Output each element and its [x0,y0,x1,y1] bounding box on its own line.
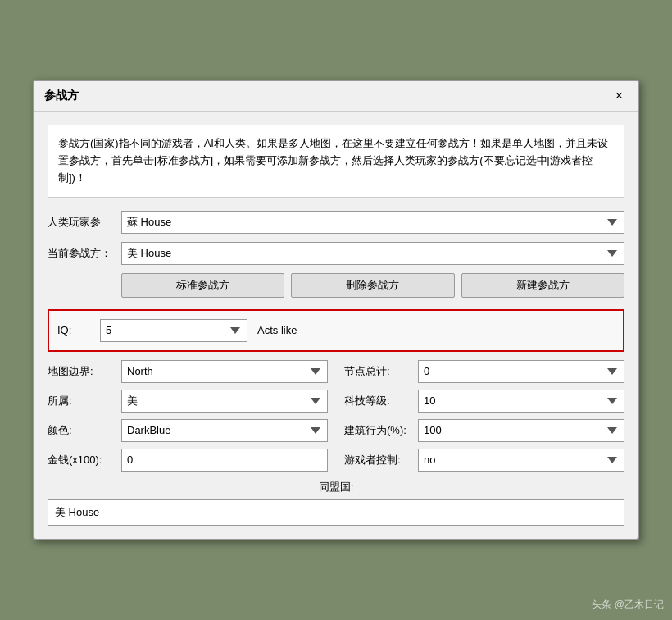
tech-level-row: 科技等级: 10 12345 6789 [344,390,624,413]
color-label: 颜色: [48,423,121,438]
close-button[interactable]: × [611,88,628,104]
ally-display: 美 House [48,499,624,526]
map-border-row: 地图边界: North SouthEastWestNone [48,360,328,383]
map-border-label: 地图边界: [48,364,121,379]
ally-section: 同盟国: 美 House [48,480,624,526]
dialog-content: 参战方(国家)指不同的游戏者，AI和人类。如果是多人地图，在这里不要建立任何参战… [34,112,638,538]
money-input[interactable] [121,449,328,472]
title-bar: 参战方 × [34,81,638,112]
human-player-row: 人类玩家参 蘇 House 美 House [48,211,624,234]
affiliation-select[interactable]: 美 蘇中英 [121,390,328,413]
current-faction-row: 当前参战方： 美 House 蘇 House [48,242,624,265]
acts-like-label: Acts like [257,324,297,336]
human-player-label: 人类玩家参 [48,215,121,230]
iq-label: IQ: [57,324,90,336]
watermark: 头条 @乙木日记 [592,598,664,612]
delete-faction-button[interactable]: 删除参战方 [291,273,454,298]
human-player-select[interactable]: 蘇 House 美 House [121,211,624,234]
node-total-row: 节点总计: 0 12345 [344,360,624,383]
ally-label: 同盟国: [48,480,624,495]
current-faction-select[interactable]: 美 House 蘇 House [121,242,624,265]
money-label: 金钱(x100): [48,453,121,467]
tech-level-select[interactable]: 10 12345 6789 [418,390,624,413]
iq-row: IQ: 5 1234 678910 Acts like [57,319,615,342]
map-border-select[interactable]: North SouthEastWestNone [121,360,328,383]
affiliation-label: 所属: [48,394,121,408]
iq-section: IQ: 5 1234 678910 Acts like [48,309,624,352]
color-select[interactable]: DarkBlue RedGreenYellowPurpleOrange [121,419,328,442]
node-total-select[interactable]: 0 12345 [418,360,624,383]
current-faction-label: 当前参战方： [48,246,121,261]
build-behavior-select[interactable]: 100 0255075 [418,419,624,442]
tech-level-label: 科技等级: [344,394,418,408]
player-control-label: 游戏者控制: [344,453,418,467]
color-row: 颜色: DarkBlue RedGreenYellowPurpleOrange [48,419,328,442]
player-control-select[interactable]: no yes [418,449,624,472]
money-row: 金钱(x100): [48,449,328,472]
build-behavior-label: 建筑行为(%): [344,423,418,438]
affiliation-row: 所属: 美 蘇中英 [48,390,328,413]
properties-grid: 地图边界: North SouthEastWestNone 节点总计: 0 12… [48,360,624,472]
iq-select[interactable]: 5 1234 678910 [100,319,247,342]
player-control-row: 游戏者控制: no yes [344,449,624,472]
dialog-title: 参战方 [44,89,79,103]
description-text: 参战方(国家)指不同的游戏者，AI和人类。如果是多人地图，在这里不要建立任何参战… [48,125,624,197]
buttons-row: 标准参战方 删除参战方 新建参战方 [121,273,624,298]
standard-faction-button[interactable]: 标准参战方 [121,273,284,298]
build-behavior-row: 建筑行为(%): 100 0255075 [344,419,624,442]
main-dialog: 参战方 × 参战方(国家)指不同的游戏者，AI和人类。如果是多人地图，在这里不要… [33,80,639,540]
new-faction-button[interactable]: 新建参战方 [461,273,624,298]
node-total-label: 节点总计: [344,364,418,379]
